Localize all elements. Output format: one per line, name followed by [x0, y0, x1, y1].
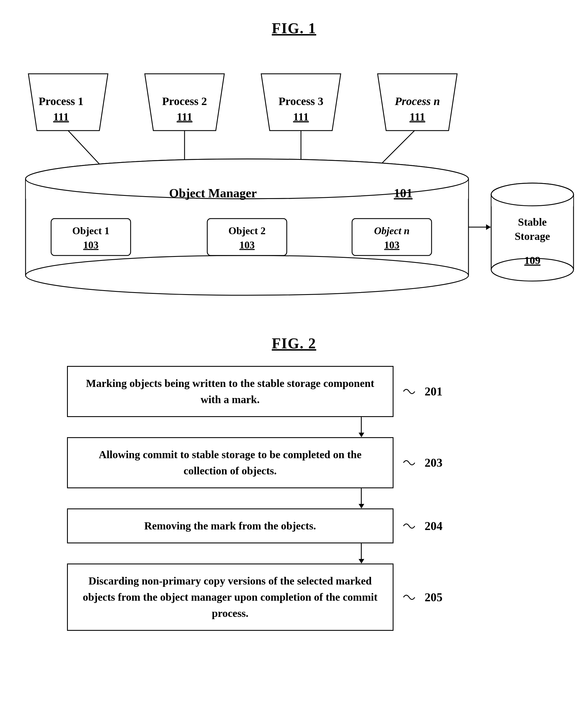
- svg-text:Storage: Storage: [515, 230, 550, 242]
- step-201-box: Marking objects being written to the sta…: [67, 366, 394, 417]
- flow-step-204: Removing the mark from the objects. 204: [67, 508, 521, 543]
- svg-text:Process 2: Process 2: [162, 95, 207, 108]
- step-201-ref: 201: [402, 385, 443, 398]
- fig2-section: FIG. 2 Marking objects being written to …: [0, 327, 588, 631]
- squiggle-204-icon: [402, 520, 425, 532]
- step-203-ref: 203: [402, 456, 443, 470]
- svg-text:Object 1: Object 1: [72, 225, 110, 236]
- svg-text:101: 101: [394, 186, 413, 200]
- svg-text:Stable: Stable: [518, 216, 546, 228]
- step-204-box: Removing the mark from the objects.: [67, 508, 394, 543]
- svg-text:Process 3: Process 3: [279, 95, 323, 108]
- svg-text:111: 111: [293, 111, 309, 123]
- step-205-box: Discarding non-primary copy versions of …: [67, 564, 394, 631]
- svg-text:Process n: Process n: [395, 95, 440, 108]
- svg-text:111: 111: [53, 111, 69, 123]
- flow-step-205: Discarding non-primary copy versions of …: [67, 564, 521, 631]
- step-204-ref: 204: [402, 519, 443, 533]
- flow-arrow-1: [202, 417, 521, 437]
- squiggle-205-icon: [402, 592, 425, 603]
- flow-step-201: Marking objects being written to the sta…: [67, 366, 521, 417]
- squiggle-201-icon: [402, 386, 425, 397]
- svg-point-44: [491, 183, 573, 206]
- step-203-box: Allowing commit to stable storage to be …: [67, 437, 394, 488]
- svg-text:Object 2: Object 2: [229, 225, 266, 236]
- flow-arrow-2: [202, 488, 521, 508]
- flow-step-203: Allowing commit to stable storage to be …: [67, 437, 521, 488]
- svg-text:Object n: Object n: [374, 225, 410, 236]
- svg-text:103: 103: [384, 239, 399, 251]
- svg-text:Object Manager: Object Manager: [169, 186, 257, 200]
- squiggle-203-icon: [402, 457, 425, 468]
- fig1-diagram: Process 1 111 Process 2 111 Process 3 11…: [0, 37, 588, 315]
- flow-arrow-3: [202, 543, 521, 564]
- fig1-title: FIG. 1: [0, 11, 588, 37]
- svg-text:103: 103: [239, 239, 255, 251]
- step-205-ref: 205: [402, 591, 443, 604]
- fig1-section: FIG. 1 Process 1 111 Process 2 111 Proce…: [0, 11, 588, 318]
- fig2-flowchart: Marking objects being written to the sta…: [67, 366, 521, 631]
- svg-text:Process 1: Process 1: [39, 95, 84, 108]
- svg-point-24: [26, 256, 468, 295]
- svg-text:111: 111: [409, 111, 425, 123]
- svg-text:109: 109: [524, 254, 541, 266]
- svg-marker-49: [486, 224, 491, 230]
- svg-text:111: 111: [177, 111, 192, 123]
- fig2-title: FIG. 2: [0, 327, 588, 352]
- svg-text:103: 103: [83, 239, 98, 251]
